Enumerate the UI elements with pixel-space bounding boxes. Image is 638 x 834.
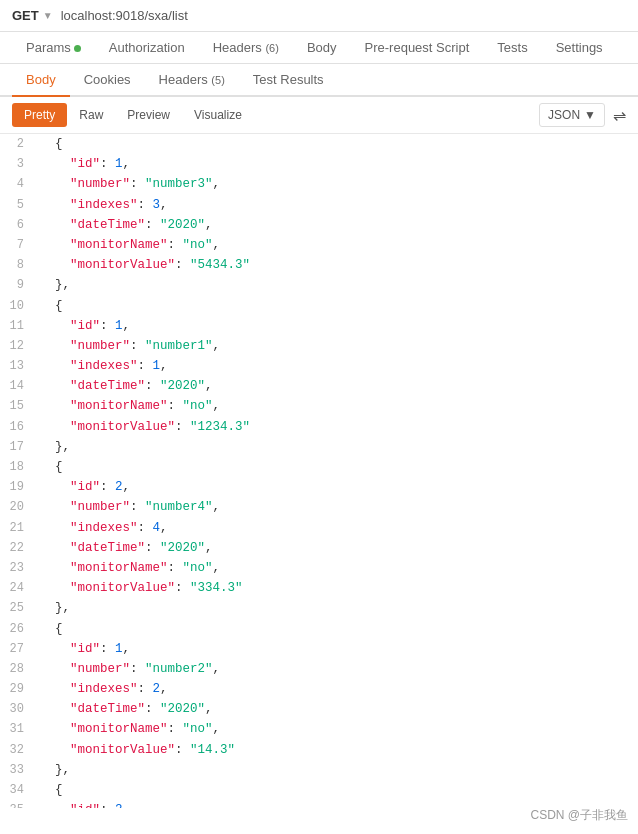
punc-token [40,541,70,555]
punc-token: { [40,622,63,636]
tab-body-response[interactable]: Body [12,64,70,97]
json-format-select[interactable]: JSON ▼ [539,103,605,127]
line-content: { [40,619,638,639]
json-line: 25 }, [0,598,638,618]
json-line: 14 "dateTime": "2020", [0,376,638,396]
kw-token: "number" [70,177,130,191]
punc-token: , [213,238,221,252]
kw-token: "id" [70,803,100,808]
nav-tabs-2: Body Cookies Headers (5) Test Results [0,64,638,97]
punc-token: : [138,359,153,373]
line-number: 17 [0,438,40,457]
punc-token: , [205,702,213,716]
line-content: { [40,457,638,477]
str-token: "2020" [160,379,205,393]
kw-token: "dateTime" [70,218,145,232]
str-token: "number4" [145,500,213,514]
str-token: "14.3" [190,743,235,757]
str-token: "2020" [160,702,205,716]
nav-tabs-1: Params Authorization Headers (6) Body Pr… [0,32,638,64]
tab-settings[interactable]: Settings [542,32,617,63]
format-pretty[interactable]: Pretty [12,103,67,127]
punc-token: : [175,743,190,757]
punc-token: , [213,177,221,191]
wrap-icon[interactable]: ⇌ [613,106,626,125]
json-line: 8 "monitorValue": "5434.3" [0,255,638,275]
json-line: 16 "monitorValue": "1234.3" [0,417,638,437]
punc-token: , [213,500,221,514]
kw-token: "dateTime" [70,702,145,716]
tab-cookies[interactable]: Cookies [70,64,145,95]
tab-headers[interactable]: Headers (6) [199,32,293,63]
punc-token: }, [40,763,70,777]
punc-token: : [175,420,190,434]
tab-test-results[interactable]: Test Results [239,64,338,95]
punc-token [40,662,70,676]
kw-token: "monitorValue" [70,581,175,595]
json-line: 22 "dateTime": "2020", [0,538,638,558]
json-line: 23 "monitorName": "no", [0,558,638,578]
num-token: 1 [115,157,123,171]
tab-authorization[interactable]: Authorization [95,32,199,63]
line-number: 5 [0,196,40,215]
line-content: "id": 2, [40,477,638,497]
line-number: 16 [0,418,40,437]
method-dropdown-icon: ▼ [43,10,53,21]
str-token: "number3" [145,177,213,191]
line-number: 29 [0,680,40,699]
str-token: "no" [183,722,213,736]
tab-tests[interactable]: Tests [483,32,541,63]
line-content: "number": "number4", [40,497,638,517]
json-format-chevron: ▼ [584,108,596,122]
punc-token: : [175,581,190,595]
punc-token [40,339,70,353]
str-token: "1234.3" [190,420,250,434]
punc-token: : [130,662,145,676]
str-token: "2020" [160,218,205,232]
json-line: 29 "indexes": 2, [0,679,638,699]
tab-params[interactable]: Params [12,32,95,63]
method-label: GET [12,8,39,23]
punc-token: : [168,238,183,252]
line-content: { [40,296,638,316]
tab-body[interactable]: Body [293,32,351,63]
str-token: "no" [183,561,213,575]
punc-token [40,743,70,757]
format-preview[interactable]: Preview [115,103,182,127]
line-number: 9 [0,276,40,295]
str-token: "no" [183,399,213,413]
line-number: 28 [0,660,40,679]
format-raw[interactable]: Raw [67,103,115,127]
punc-token [40,319,70,333]
punc-token: : [168,561,183,575]
json-content[interactable]: 2 {3 "id": 1,4 "number": "number3",5 "in… [0,134,638,808]
line-content: "indexes": 4, [40,518,638,538]
str-token: "2020" [160,541,205,555]
tab-prerequest[interactable]: Pre-request Script [351,32,484,63]
tab-headers-response[interactable]: Headers (5) [145,64,239,95]
punc-token: : [100,642,115,656]
line-number: 31 [0,720,40,739]
kw-token: "id" [70,319,100,333]
json-line: 7 "monitorName": "no", [0,235,638,255]
json-line: 30 "dateTime": "2020", [0,699,638,719]
punc-token [40,722,70,736]
json-line: 21 "indexes": 4, [0,518,638,538]
json-line: 2 { [0,134,638,154]
punc-token [40,500,70,514]
punc-token [40,480,70,494]
str-token: "5434.3" [190,258,250,272]
punc-token: , [160,521,168,535]
json-line: 24 "monitorValue": "334.3" [0,578,638,598]
line-content: "monitorName": "no", [40,558,638,578]
punc-token [40,682,70,696]
punc-token: : [138,682,153,696]
format-visualize[interactable]: Visualize [182,103,254,127]
line-number: 21 [0,519,40,538]
line-number: 4 [0,175,40,194]
method-select[interactable]: GET ▼ [12,8,53,23]
url-input[interactable] [61,8,626,23]
punc-token: : [100,319,115,333]
json-line: 32 "monitorValue": "14.3" [0,740,638,760]
json-line: 15 "monitorName": "no", [0,396,638,416]
